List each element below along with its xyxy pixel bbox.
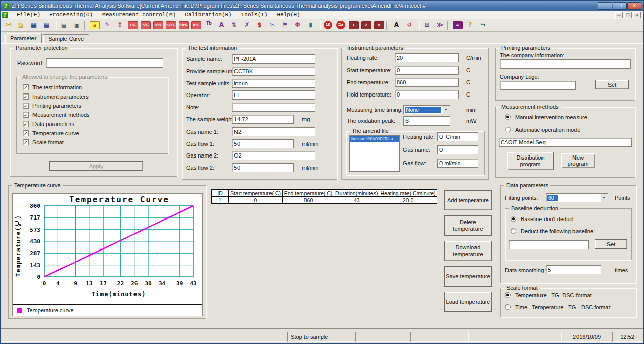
time-temperature-tg-dsc-radio[interactable]: [505, 304, 511, 310]
instrument-parameters-checkbox[interactable]: ✓: [23, 93, 29, 100]
measurement-methods-checkbox[interactable]: ✓: [23, 112, 29, 118]
delete-temperature-button[interactable]: Delete temperature: [444, 215, 492, 236]
automatic-operation-radio[interactable]: [505, 127, 511, 132]
test-sample-units-input[interactable]: [232, 79, 315, 88]
hold-temperature-input[interactable]: [395, 90, 459, 99]
data-parameters-checkbox-label[interactable]: Data parameters: [32, 121, 74, 127]
toolbar-edit-pencil-button[interactable]: ✎: [101, 20, 114, 31]
mdi-close-button[interactable]: ✕: [633, 12, 641, 18]
baseline-dont-deduct-radio[interactable]: [511, 216, 516, 222]
tab-sample-curve[interactable]: Sample Curve: [43, 34, 89, 43]
start-temperature-input[interactable]: [395, 66, 459, 75]
menu-processing[interactable]: Processing(C): [45, 11, 97, 18]
toolbar-save-button[interactable]: ▦: [27, 20, 40, 31]
toolbar-tb-tool-button[interactable]: Tb: [202, 20, 215, 31]
heating-rate-input[interactable]: [437, 132, 478, 141]
toolbar-curve-flag-button[interactable]: ⚑: [279, 20, 291, 31]
printing-parameters-checkbox-label[interactable]: Printing parameters: [32, 103, 81, 109]
heating-rate-input[interactable]: [395, 53, 459, 62]
minimize-button[interactable]: —: [598, 2, 612, 10]
amend-file-list-item[interactable]: #initcoeff#0#0#0#0#.a: [350, 136, 399, 142]
chevron-down-icon[interactable]: ▼: [442, 106, 450, 114]
toolbar-scale-50-percent-button[interactable]: 50%: [164, 20, 177, 31]
toolbar-full-scale-button[interactable]: ◪: [88, 20, 101, 31]
toolbar-weight-x-button[interactable]: x: [372, 20, 385, 31]
time-temperature-tg-dsc-label[interactable]: Time - Temperature - TG - DSC format: [515, 304, 610, 310]
data-parameters-checkbox[interactable]: ✓: [23, 121, 29, 127]
toolbar-scale-x-percent-button[interactable]: X%: [190, 20, 202, 31]
baseline-file-input[interactable]: [509, 240, 589, 249]
toolbar-scale-90-percent-button[interactable]: 90%: [177, 20, 190, 31]
close-button[interactable]: ✕: [627, 2, 641, 10]
toolbar-compare-button[interactable]: ‡: [114, 20, 126, 31]
toolbar-scissors-button[interactable]: ✂: [266, 20, 279, 31]
toolbar-open-file-button[interactable]: ▨: [15, 20, 27, 31]
gas-name-1-input[interactable]: [232, 127, 315, 136]
company-information-input[interactable]: [500, 59, 631, 69]
deduct-baseline-label[interactable]: Deduct the following baseline:: [521, 228, 595, 234]
toolbar-stop-2x-button[interactable]: 2x: [334, 20, 347, 31]
table-row[interactable]: 108604320.0: [212, 197, 437, 204]
restore-button[interactable]: ❐: [613, 2, 627, 10]
toolbar-dollar-marker-button[interactable]: $: [253, 20, 266, 31]
toolbar-scale-5-percent-button[interactable]: 5%: [139, 20, 152, 31]
sample-name-input[interactable]: [232, 54, 315, 64]
chevron-down-icon[interactable]: ▼: [600, 194, 608, 202]
toolbar-x-tool-button[interactable]: ✗: [241, 20, 253, 31]
provide-sample-unit-input[interactable]: [232, 67, 315, 76]
menu-help[interactable]: Help(H): [273, 11, 305, 18]
gas-flow-1-input[interactable]: [232, 139, 294, 148]
gas-name-input[interactable]: [437, 145, 478, 154]
toolbar-weight-1-button[interactable]: 1: [347, 20, 360, 31]
toolbar-print-button[interactable]: ▣: [71, 20, 83, 31]
toolbar-weight-2-button[interactable]: 2: [360, 20, 372, 31]
toolbar-analysis-a-button[interactable]: A: [215, 20, 228, 31]
menu-calibration[interactable]: Calibration(R): [180, 11, 236, 18]
toolbar-exit-button[interactable]: ↪: [477, 20, 489, 31]
toolbar-scale-10-percent-button[interactable]: 10%: [152, 20, 164, 31]
toolbar-undo-arrow-button[interactable]: ↺: [403, 20, 416, 31]
toolbar-phi-tool-button[interactable]: Φ: [291, 20, 304, 31]
manual-intervention-label[interactable]: Manual intervention measure: [515, 114, 587, 120]
gas-flow-2-input[interactable]: [232, 163, 294, 172]
instrument-parameters-checkbox-label[interactable]: Instrument parameters: [32, 93, 89, 100]
tab-parameter[interactable]: Parameter: [5, 33, 42, 43]
toolbar-help-button[interactable]: ?: [464, 20, 477, 31]
password-input[interactable]: [46, 58, 163, 68]
measurement-methods-checkbox-label[interactable]: Measurement methods: [32, 112, 90, 118]
scale-format-checkbox-label[interactable]: Scale format: [32, 139, 64, 145]
distribution-program-button[interactable]: Distribution program: [507, 152, 554, 170]
temperature-curve-checkbox-label[interactable]: Temperature curve: [32, 130, 79, 136]
baseline-dont-deduct-label[interactable]: Baseline don't deduct: [521, 216, 574, 222]
oxidation-peak-input[interactable]: [403, 116, 450, 126]
mdi-restore-button[interactable]: ❐: [624, 12, 632, 18]
toolbar-print-preview-button[interactable]: ▤: [58, 20, 71, 31]
save-temperature-button[interactable]: Save temperature: [444, 266, 492, 287]
toolbar-swap-arrows-button[interactable]: ⇅: [228, 20, 241, 31]
download-temperature-button[interactable]: Download temperature: [444, 241, 492, 261]
scale-format-checkbox[interactable]: ✓: [23, 139, 29, 145]
manual-intervention-radio[interactable]: [505, 114, 511, 120]
toolbar-scale-1-percent-button[interactable]: 1%: [126, 20, 139, 31]
load-temperature-button[interactable]: Load temperature: [444, 292, 492, 312]
note-input[interactable]: [232, 103, 315, 112]
toolbar-new-file-button[interactable]: ✉: [2, 20, 15, 31]
temperature-curve-checkbox[interactable]: ✓: [23, 130, 29, 136]
gas-flow-input[interactable]: [437, 159, 478, 168]
toolbar-save-as-button[interactable]: ▦: [40, 20, 53, 31]
mdi-minimize-button[interactable]: —: [615, 12, 623, 18]
company-logo-input[interactable]: [500, 81, 576, 90]
temperature-tg-dsc-radio[interactable]: [505, 292, 511, 298]
baseline-set-button[interactable]: Set: [595, 239, 627, 249]
add-temperature-button[interactable]: Add temperature: [444, 190, 492, 210]
printing-parameters-checkbox[interactable]: ✓: [23, 103, 29, 109]
menu-tools[interactable]: Tools(T): [236, 11, 273, 18]
gas-name-2-input[interactable]: [232, 151, 315, 160]
fitting-points-combo[interactable]: 60 ▼: [546, 193, 608, 202]
temperature-tg-dsc-label[interactable]: Temperature - TG- DSC format: [515, 292, 592, 298]
the-test-information-checkbox[interactable]: ✓: [23, 84, 29, 90]
toolbar-curve-chart-button[interactable]: ≈: [451, 20, 464, 31]
deduct-baseline-radio[interactable]: [511, 228, 516, 234]
toolbar-door-panel-button[interactable]: ▮: [304, 20, 317, 31]
end-temperature-input[interactable]: [395, 78, 459, 87]
